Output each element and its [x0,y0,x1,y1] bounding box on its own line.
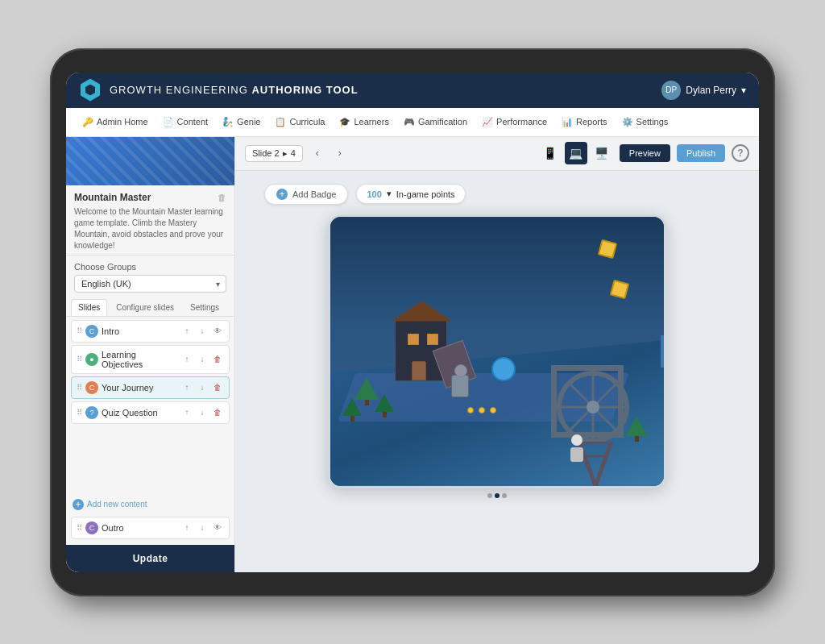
language-select[interactable]: English (UK) English (US) French [74,275,226,293]
move-down-icon[interactable]: ↓ [196,353,209,366]
menu-item-settings[interactable]: ⚙️ Settings [616,114,675,131]
menu-item-reports[interactable]: 📊 Reports [555,114,614,131]
main-content: Mountain Master 🗑 Welcome to the Mountai… [66,137,759,572]
sidebar: Mountain Master 🗑 Welcome to the Mountai… [66,137,235,572]
tablet-device: GROWTH ENGINEERING AUTHORING TOOL DP Dyl… [50,48,775,596]
tablet-view-button[interactable]: 💻 [565,142,587,164]
help-button[interactable]: ? [732,144,749,162]
drag-handle-icon: ⠿ [77,523,82,532]
drag-handle-icon: ⠿ [77,408,82,417]
user-menu[interactable]: DP Dylan Perry ▾ [661,81,746,100]
performance-icon: 📈 [482,117,493,127]
tree-right-1 [625,417,648,442]
menu-item-learners[interactable]: 🎓 Learners [333,114,395,131]
move-up-icon[interactable]: ↑ [180,521,193,534]
user-name: Dylan Perry [686,85,736,96]
slide-actions-quiz-question: ↑ ↓ 🗑 [180,406,224,419]
menu-item-curricula[interactable]: 📋 Curricula [268,114,331,131]
move-down-icon[interactable]: ↓ [196,381,209,394]
coin-trail [467,407,496,413]
menu-item-genie[interactable]: 🧞 Genie [216,114,267,131]
editor-area: Slide 2 ▸ 4 ‹ › 📱 💻 🖥️ Preview Publish ? [235,137,759,572]
move-down-icon[interactable]: ↓ [196,521,209,534]
menu-item-gamification[interactable]: 🎮 Gamification [397,114,474,131]
slide-label-outro: Outro [102,523,177,533]
move-down-icon[interactable]: ↓ [196,406,209,419]
character-blue [491,357,516,381]
person-silhouette [570,434,583,462]
move-up-icon[interactable]: ↑ [180,353,193,366]
slide-item-your-journey[interactable]: ⠿ C Your Journey ↑ ↓ 🗑 [71,376,230,399]
editor-canvas: + Add Badge 100 ▾ In-game points [235,171,759,572]
slide-item-learning-objectives[interactable]: ⠿ ● Learning Objectives ↑ ↓ 🗑 [71,345,230,374]
character-knight [451,375,469,397]
eye-icon[interactable]: 👁 [211,325,224,338]
key-icon: 🔑 [82,117,93,127]
top-navigation-bar: GROWTH ENGINEERING AUTHORING TOOL DP Dyl… [66,73,759,108]
slide-item-quiz-question[interactable]: ⠿ ? Quiz Question ↑ ↓ 🗑 [71,401,230,424]
app-title: GROWTH ENGINEERING AUTHORING TOOL [110,84,661,96]
tablet-side-button [661,335,666,368]
iso-building [395,317,447,381]
slide-actions-outro: ↑ ↓ 👁 [180,521,224,534]
tab-settings[interactable]: Settings [183,299,226,316]
move-up-icon[interactable]: ↑ [180,406,193,419]
add-badge-button[interactable]: + Add Badge [264,184,348,205]
delete-icon[interactable]: 🗑 [211,381,224,394]
slide-selector: Slide 2 ▸ 4 [245,145,303,162]
slide-icon-learning-objectives: ● [85,353,98,366]
game-description: Welcome to the Mountain Master learning … [74,206,226,251]
wheel-structure [551,365,624,438]
drag-handle-icon: ⠿ [77,326,82,335]
slide-label-quiz-question: Quiz Question [102,408,177,418]
update-button[interactable]: Update [66,545,234,572]
chevron-down-icon: ▾ [387,189,392,199]
gold-cube-2 [610,279,629,298]
slide-label: Slide 2 [252,148,280,158]
document-icon: 📄 [163,117,174,127]
settings-icon: ⚙️ [622,117,633,127]
tree-left-3 [375,394,394,418]
add-content-button[interactable]: + Add new content [66,496,234,513]
delete-icon[interactable]: 🗑 [211,406,224,419]
tab-slides[interactable]: Slides [71,299,107,316]
slide-label-your-journey: Your Journey [102,383,177,393]
publish-button[interactable]: Publish [677,144,725,162]
slide-separator: ▸ [283,148,288,159]
tablet-screen: GROWTH ENGINEERING AUTHORING TOOL DP Dyl… [66,73,759,572]
move-up-icon[interactable]: ↑ [180,381,193,394]
points-label: In-game points [396,189,455,199]
app-logo-icon [79,79,102,102]
editor-toolbar: Slide 2 ▸ 4 ‹ › 📱 💻 🖥️ Preview Publish ? [235,137,759,171]
desktop-view-button[interactable]: 🖥️ [591,142,613,164]
add-badge-label: Add Badge [292,189,336,199]
delete-icon[interactable]: 🗑 [211,353,224,366]
drag-handle-icon: ⠿ [77,355,82,364]
learners-icon: 🎓 [339,117,350,127]
points-value: 100 [367,189,381,199]
sidebar-groups: Choose Groups English (UK) English (US) … [66,256,234,296]
move-up-icon[interactable]: ↑ [180,325,193,338]
eye-icon[interactable]: 👁 [211,521,224,534]
sidebar-thumbnail [66,137,234,185]
slide-icon-outro: C [85,521,98,534]
mobile-view-button[interactable]: 📱 [539,142,562,164]
slide-item-intro[interactable]: ⠿ C Intro ↑ ↓ 👁 [71,320,230,343]
points-selector[interactable]: 100 ▾ In-game points [356,184,465,204]
menu-item-admin-home[interactable]: 🔑 Admin Home [76,114,155,131]
slide-icon-quiz-question: ? [85,406,98,419]
slide-item-outro[interactable]: ⠿ C Outro ↑ ↓ 👁 [71,517,230,539]
game-preview-frame [328,214,666,488]
avatar: DP [661,81,681,100]
delete-icon[interactable]: 🗑 [218,193,226,202]
next-slide-button[interactable]: › [332,145,348,161]
tab-configure-slides[interactable]: Configure slides [109,299,181,316]
slide-icon-your-journey: C [85,381,98,394]
menu-item-performance[interactable]: 📈 Performance [475,114,553,131]
menu-item-content[interactable]: 📄 Content [156,114,215,131]
preview-button[interactable]: Preview [620,144,670,162]
move-down-icon[interactable]: ↓ [196,325,209,338]
dot-1 [487,493,492,498]
prev-slide-button[interactable]: ‹ [309,145,325,161]
curricula-icon: 📋 [275,117,286,127]
